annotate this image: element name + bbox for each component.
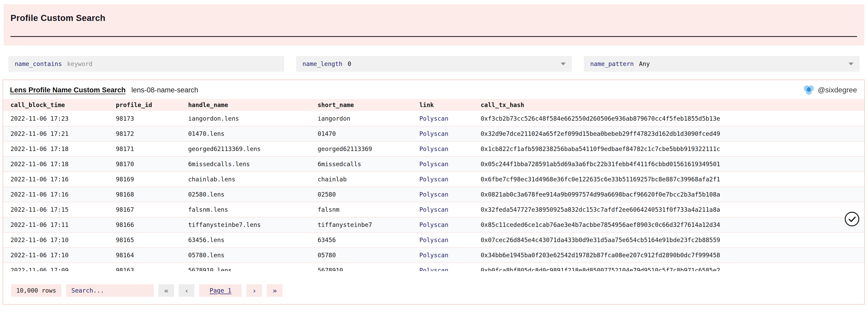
cell-short_name: chainlab — [318, 172, 419, 187]
column-header-link: link — [419, 99, 480, 111]
cell-profile_id: 98172 — [116, 126, 188, 141]
cell-link: Polyscan — [419, 248, 480, 263]
table-row: 2022-11-06 17:09981635678910.lens5678910… — [3, 263, 864, 271]
polyscan-link[interactable]: Polyscan — [419, 176, 448, 183]
cell-call_block_time: 2022-11-06 17:11 — [3, 217, 116, 233]
first-page-button[interactable]: « — [158, 284, 174, 297]
cell-call_tx_hash: 0x32feda547727e38950925a832dc153c7afdf2e… — [480, 202, 864, 217]
cell-call_tx_hash: 0x0821ab0c3a678fee914a9b0997574d99a6698b… — [480, 187, 864, 202]
column-header-short_name: short_name — [318, 99, 419, 111]
cell-short_name: 6missedcalls — [318, 156, 419, 172]
table-row: 2022-11-06 17:109816405780.lens05780Poly… — [3, 248, 864, 263]
filter-label: name_length — [303, 61, 342, 67]
cell-call_tx_hash: 0x07cec26d845e4c43071da433b0d9e31d5aa75e… — [480, 233, 864, 248]
cell-short_name: tiffanysteinbe7 — [318, 217, 419, 233]
cell-handle_name: 6missedcalls.lens — [188, 156, 318, 172]
cell-call_tx_hash: 0xb0fca8bf805dc8d0c9891f218e8d8500775210… — [480, 263, 864, 271]
cell-call_tx_hash: 0x1cb822cf1afb598238256baba54110f9edbaef… — [480, 141, 864, 156]
filter-name-contains: name_contains — [8, 56, 284, 72]
table-search-input[interactable] — [66, 284, 154, 297]
page-indicator[interactable]: Page 1 — [199, 284, 242, 297]
polyscan-link[interactable]: Polyscan — [419, 267, 448, 271]
column-header-call_block_time: call_block_time — [3, 99, 116, 111]
cell-call_tx_hash: 0x34bb6e1945ba0f203e62542d19782b87fca08e… — [480, 248, 864, 263]
cell-profile_id: 98168 — [116, 187, 188, 202]
polyscan-link[interactable]: Polyscan — [419, 237, 448, 243]
polyscan-link[interactable]: Polyscan — [419, 252, 448, 258]
table-row: 2022-11-06 17:18981706missedcalls.lens6m… — [3, 156, 864, 172]
cell-handle_name: tiffanysteinbe7.lens — [188, 217, 318, 233]
filter-value: 0 — [347, 61, 351, 67]
cell-profile_id: 98163 — [116, 263, 188, 271]
cell-call_block_time: 2022-11-06 17:18 — [3, 141, 116, 156]
column-header-call_tx_hash: call_tx_hash — [480, 99, 864, 111]
cell-call_block_time: 2022-11-06 17:15 — [3, 202, 116, 217]
prev-page-button[interactable]: ‹ — [179, 284, 194, 297]
title-divider — [10, 36, 857, 37]
last-page-button[interactable]: » — [267, 284, 282, 297]
cell-link: Polyscan — [419, 172, 480, 187]
cell-handle_name: georged62113369.lens — [188, 141, 318, 156]
next-page-button[interactable]: › — [246, 284, 262, 297]
cell-handle_name: 05780.lens — [188, 248, 318, 263]
cell-call_block_time: 2022-11-06 17:16 — [3, 187, 116, 202]
cell-call_tx_hash: 0x32d9e7dce211024a65f2ef099d15bea0bebeb2… — [480, 126, 864, 141]
cell-link: Polyscan — [419, 187, 480, 202]
cell-link: Polyscan — [419, 111, 480, 126]
polyscan-link[interactable]: Polyscan — [419, 115, 448, 122]
row-count-badge: 10,000 rows — [11, 284, 61, 297]
cell-short_name: falsnm — [318, 202, 419, 217]
chevron-down-icon — [561, 63, 565, 65]
cell-short_name: 5678910 — [318, 263, 419, 271]
author-handle[interactable]: @sixdegree — [818, 86, 857, 94]
cell-short_name: 63456 — [318, 233, 419, 248]
filter-name-length[interactable]: name_length 0 — [296, 56, 572, 72]
name-contains-input[interactable] — [67, 61, 278, 67]
cell-profile_id: 98166 — [116, 217, 188, 233]
filter-value: Any — [639, 61, 650, 67]
cell-link: Polyscan — [419, 233, 480, 248]
table-scroll-area[interactable]: call_block_timeprofile_idhandle_nameshor… — [3, 99, 864, 271]
author-credit: @sixdegree — [804, 85, 857, 95]
cell-link: Polyscan — [419, 263, 480, 271]
cell-handle_name: 63456.lens — [188, 233, 318, 248]
cell-link: Polyscan — [419, 141, 480, 156]
cell-call_tx_hash: 0x6fbe7cf98ec31d4968e36fc0e122635c6e33b5… — [480, 172, 864, 187]
panel-header: Lens Profile Name Custom Search lens-08-… — [3, 80, 864, 99]
polyscan-link[interactable]: Polyscan — [419, 161, 448, 168]
filter-name-pattern[interactable]: name_pattern Any — [584, 56, 860, 72]
table-row: 2022-11-06 17:1898171georged62113369.len… — [3, 141, 864, 156]
page-header-band: Profile Custom Search — [4, 4, 864, 45]
cell-profile_id: 98165 — [116, 233, 188, 248]
cell-link: Polyscan — [419, 202, 480, 217]
cell-call_block_time: 2022-11-06 17:23 — [3, 111, 116, 126]
cell-short_name: georged62113369 — [318, 141, 419, 156]
query-title-link[interactable]: Lens Profile Name Custom Search — [10, 86, 126, 94]
cell-handle_name: 02580.lens — [188, 187, 318, 202]
cell-call_block_time: 2022-11-06 17:21 — [3, 126, 116, 141]
cell-call_block_time: 2022-11-06 17:10 — [3, 248, 116, 263]
page-title: Profile Custom Search — [10, 13, 105, 23]
cell-call_block_time: 2022-11-06 17:09 — [3, 263, 116, 271]
polyscan-link[interactable]: Polyscan — [419, 206, 448, 213]
polyscan-link[interactable]: Polyscan — [419, 145, 448, 152]
cell-handle_name: 5678910.lens — [188, 263, 318, 271]
polyscan-link[interactable]: Polyscan — [419, 221, 448, 228]
parameter-filters: name_contains name_length 0 name_pattern… — [8, 56, 860, 72]
polyscan-link[interactable]: Polyscan — [419, 191, 448, 198]
query-results-panel: Lens Profile Name Custom Search lens-08-… — [3, 79, 865, 305]
polyscan-link[interactable]: Polyscan — [419, 130, 448, 137]
cell-short_name: iangordon — [318, 111, 419, 126]
cell-call_tx_hash: 0xf3cb2b73cc526c48f584e662550d260506e936… — [480, 111, 864, 126]
chevron-down-icon — [848, 63, 853, 65]
cell-profile_id: 98170 — [116, 156, 188, 172]
cell-call_block_time: 2022-11-06 17:10 — [3, 233, 116, 248]
cell-link: Polyscan — [419, 156, 480, 172]
cell-handle_name: chainlab.lens — [188, 172, 318, 187]
cell-profile_id: 98173 — [116, 111, 188, 126]
cell-link: Polyscan — [419, 217, 480, 233]
table-row: 2022-11-06 17:219817201470.lens01470Poly… — [3, 126, 864, 141]
table-row: 2022-11-06 17:2398173iangordon.lensiango… — [3, 111, 864, 126]
cell-call_tx_hash: 0x85c11ceded6ce1cab76ae3e4b7acbbe7854956… — [480, 217, 864, 233]
cell-call_block_time: 2022-11-06 17:18 — [3, 156, 116, 172]
